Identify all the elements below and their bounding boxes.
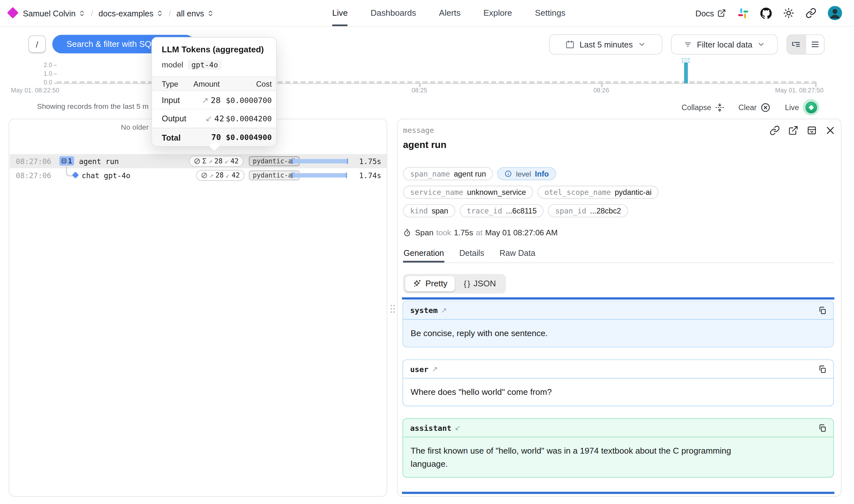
circle-x-icon (761, 102, 771, 112)
attr-key: kind (410, 206, 428, 215)
role-label: user (410, 365, 428, 373)
span-name-pill[interactable]: span_name agent run (403, 167, 493, 180)
showing-records-text: Showing records from the last 5 m (37, 103, 149, 110)
tab-generation[interactable]: Generation (403, 249, 444, 263)
span-title: agent run (403, 139, 446, 151)
attr-value: ...6c8115 (506, 206, 537, 215)
docs-label: Docs (695, 8, 714, 18)
role-label: assistant (410, 424, 451, 432)
github-icon[interactable] (760, 7, 772, 19)
dock-panel-icon[interactable] (806, 125, 817, 136)
pretty-toggle-button[interactable]: Pretty (405, 276, 455, 291)
project-selector[interactable]: docs-examples (98, 8, 163, 18)
open-external-icon[interactable] (788, 125, 798, 136)
list-view-button[interactable] (805, 35, 824, 54)
tooltip-table-header: Type Amount Cost (152, 76, 276, 91)
x-tick-mark (816, 84, 816, 87)
logfire-logo[interactable] (7, 7, 19, 19)
nav-tab-alerts[interactable]: Alerts (439, 0, 460, 26)
calendar-icon (565, 40, 575, 49)
trace-row-chat-gpt4o[interactable]: 08:27:06 chat gpt-4o ↗28 ↙42 pydantic-ai… (10, 168, 387, 182)
json-toggle-button[interactable]: { } JSON (456, 276, 504, 291)
message-text: Be concise, reply with one sentence. (403, 320, 833, 347)
live-indicator[interactable] (803, 99, 819, 115)
attr-key: level (516, 169, 531, 178)
output-arrow: ↙ (225, 171, 230, 179)
tree-view-button[interactable] (787, 35, 805, 54)
span-name: chat gpt-4o (81, 171, 130, 180)
kind-pill[interactable]: kind span (403, 204, 455, 217)
message-card-user: user ↗ Where does "hello world" come fro… (403, 360, 834, 406)
y-axis-tick-1: 1.0 (34, 70, 52, 77)
row-cost: $0.0004200 (224, 114, 272, 123)
slack-icon[interactable] (738, 7, 749, 19)
attribute-row: kind span trace_id ...6c8115 span_id ...… (403, 204, 628, 217)
theme-sun-icon[interactable] (783, 8, 794, 19)
x-tick-mark (601, 84, 602, 87)
y-tick-mark (54, 65, 56, 66)
attr-value: span (432, 206, 448, 215)
copy-icon[interactable] (818, 424, 827, 432)
close-icon[interactable] (825, 125, 835, 136)
stopwatch-icon (403, 229, 411, 237)
tab-raw-data[interactable]: Raw Data (499, 249, 536, 263)
row-timestamp: 08:27:06 (16, 171, 51, 180)
attr-value: pydantic-ai (615, 188, 652, 196)
slash-shortcut-key[interactable]: / (28, 35, 46, 53)
clear-button[interactable]: Clear (739, 102, 771, 112)
copy-icon[interactable] (818, 365, 827, 373)
span-id-pill[interactable]: span_id ...28cbc2 (548, 204, 628, 217)
filter-local-data-button[interactable]: Filter local data (671, 34, 778, 55)
time-range-button[interactable]: Last 5 minutes (549, 34, 662, 55)
live-label: Live (785, 103, 799, 112)
collapse-button[interactable]: Collapse (682, 103, 724, 112)
token-usage-pill[interactable]: ↗28 ↙42 (196, 169, 244, 180)
model-key: model (162, 60, 183, 69)
env-selector[interactable]: all envs (177, 8, 214, 18)
tab-details[interactable]: Details (459, 249, 485, 263)
nav-tab-settings[interactable]: Settings (535, 0, 565, 26)
share-link-icon[interactable] (805, 8, 816, 19)
service-name-pill[interactable]: service_name unknown_service (403, 185, 533, 199)
panel-resize-handle[interactable] (389, 302, 397, 316)
duration-bar[interactable] (292, 173, 347, 178)
row-cost: $0.0004900 (221, 133, 272, 142)
time-range-label: Last 5 minutes (580, 40, 633, 49)
detail-tabs: Generation Details Raw Data (403, 249, 834, 263)
otel-scope-pill[interactable]: otel_scope_name pydantic-ai (538, 185, 659, 199)
json-label: JSON (474, 279, 496, 289)
level-pill[interactable]: level Info (497, 167, 556, 180)
org-selector[interactable]: Samuel Colvin (23, 8, 86, 18)
col-amount: Amount (178, 79, 220, 88)
chevron-down-icon (757, 40, 765, 49)
role-label: system (410, 306, 438, 314)
row-amount: 70 (181, 132, 221, 142)
scroll-top-rule (402, 297, 834, 299)
app-window: Samuel Colvin / docs-examples / all envs (0, 0, 854, 504)
chart-bar-cap (682, 58, 690, 63)
request-arrow-icon: ↗ (441, 306, 447, 314)
tooltip-row-input: Input ↗28 $0.0000700 (152, 91, 276, 109)
nav-tab-live[interactable]: Live (332, 0, 348, 26)
nav-tab-explore[interactable]: Explore (484, 0, 512, 26)
main-nav: Live Dashboards Alerts Explore Settings (332, 0, 565, 26)
live-toggle[interactable]: Live (785, 99, 819, 115)
trace-id-pill[interactable]: trace_id ...6c8115 (460, 204, 544, 217)
token-usage-pill[interactable]: Σ ↗28 ↙42 (189, 155, 244, 166)
docs-link[interactable]: Docs (695, 8, 726, 18)
y-axis-tick-2: 2.0 (34, 61, 52, 68)
duration-bar[interactable] (292, 159, 348, 163)
message-header: system ↗ (403, 301, 833, 320)
chevrons-updown-icon (156, 10, 163, 17)
collapse-label: Collapse (682, 103, 711, 112)
user-avatar[interactable] (828, 6, 842, 20)
copy-icon[interactable] (818, 306, 827, 314)
chevron-down-icon (638, 40, 646, 49)
filter-icon (683, 40, 692, 49)
copy-link-icon[interactable] (769, 125, 780, 136)
chart-record-bar[interactable] (684, 62, 688, 83)
env-name: all envs (177, 8, 204, 18)
duration-label: 1.74s (359, 171, 381, 180)
nav-tab-dashboards[interactable]: Dashboards (370, 0, 416, 26)
attr-key: span_id (555, 206, 586, 215)
